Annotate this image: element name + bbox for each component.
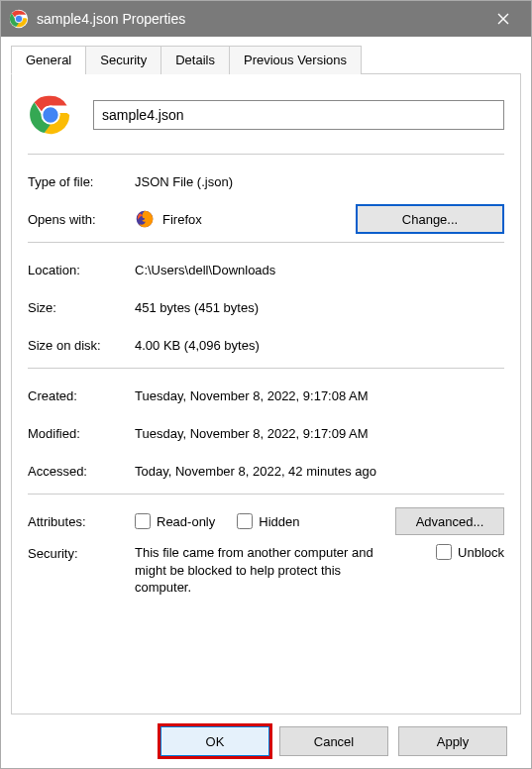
- titlebar: sample4.json Properties: [1, 1, 531, 37]
- accessed-value: Today, November 8, 2022, 42 minutes ago: [135, 464, 504, 479]
- readonly-label: Read-only: [157, 514, 215, 529]
- tab-general[interactable]: General: [11, 46, 86, 74]
- chrome-icon: [9, 9, 29, 29]
- opens-with-label: Opens with:: [28, 212, 135, 227]
- size-on-disk-label: Size on disk:: [28, 338, 135, 353]
- tab-details[interactable]: Details: [160, 46, 230, 74]
- accessed-label: Accessed:: [28, 464, 135, 479]
- security-text: This file came from another computer and…: [135, 544, 382, 597]
- hidden-checkbox-input[interactable]: [237, 513, 253, 529]
- hidden-label: Hidden: [259, 514, 299, 529]
- opens-with-value: Firefox: [162, 212, 356, 227]
- close-button[interactable]: [483, 1, 523, 37]
- properties-dialog: sample4.json Properties General Security…: [0, 0, 532, 769]
- location-label: Location:: [28, 263, 135, 277]
- size-label: Size:: [28, 300, 135, 315]
- type-value: JSON File (.json): [135, 174, 504, 189]
- window-title: sample4.json Properties: [37, 11, 483, 27]
- file-type-icon: [28, 92, 73, 138]
- modified-value: Tuesday, November 8, 2022, 9:17:09 AM: [135, 426, 504, 441]
- separator: [28, 154, 504, 155]
- hidden-checkbox[interactable]: Hidden: [237, 513, 299, 529]
- unblock-checkbox[interactable]: Unblock: [436, 544, 504, 560]
- separator: [28, 494, 504, 494]
- close-icon: [497, 13, 509, 25]
- advanced-button[interactable]: Advanced...: [395, 507, 504, 535]
- unblock-checkbox-input[interactable]: [436, 544, 452, 560]
- size-on-disk-value: 4.00 KB (4,096 bytes): [135, 338, 504, 353]
- filename-input[interactable]: [93, 100, 504, 130]
- unblock-label: Unblock: [458, 545, 504, 560]
- tab-previous-versions[interactable]: Previous Versions: [229, 46, 362, 74]
- cancel-button[interactable]: Cancel: [279, 726, 388, 756]
- readonly-checkbox-input[interactable]: [135, 513, 151, 529]
- client-area: General Security Details Previous Versio…: [1, 37, 531, 768]
- tabstrip: General Security Details Previous Versio…: [11, 45, 521, 73]
- location-value: C:\Users\dell\Downloads: [135, 263, 504, 277]
- created-label: Created:: [28, 388, 135, 403]
- type-label: Type of file:: [28, 174, 135, 189]
- apply-button[interactable]: Apply: [398, 726, 507, 756]
- ok-button[interactable]: OK: [160, 726, 269, 756]
- separator: [28, 242, 504, 243]
- separator: [28, 368, 504, 369]
- dialog-buttons: OK Cancel Apply: [11, 714, 521, 768]
- general-panel: Type of file: JSON File (.json) Opens wi…: [11, 73, 521, 714]
- attributes-label: Attributes:: [28, 514, 135, 529]
- size-value: 451 bytes (451 bytes): [135, 300, 504, 315]
- tab-security[interactable]: Security: [85, 46, 161, 74]
- readonly-checkbox[interactable]: Read-only: [135, 513, 215, 529]
- security-label: Security:: [28, 544, 135, 561]
- created-value: Tuesday, November 8, 2022, 9:17:08 AM: [135, 388, 504, 403]
- modified-label: Modified:: [28, 426, 135, 441]
- firefox-icon: [135, 209, 155, 229]
- change-button[interactable]: Change...: [356, 204, 504, 234]
